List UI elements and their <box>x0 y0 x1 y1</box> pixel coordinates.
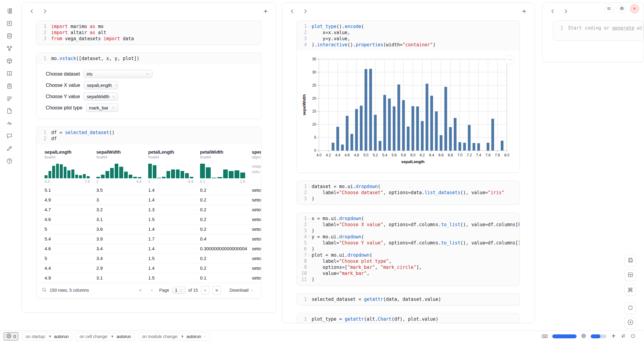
dataset-dropdown[interactable]: iris <box>84 70 152 78</box>
table-row[interactable]: 53.61.40.2setosa <box>41 224 261 234</box>
sidebar-chat-icon[interactable] <box>5 132 14 140</box>
svg-text:8.0: 8.0 <box>504 153 510 157</box>
fold-marker <box>307 228 312 234</box>
code-editor-dataset[interactable]: 1dataset = mo.ui.dropdown(2 label="Choos… <box>297 181 520 205</box>
table-row[interactable]: 4.93.11.50.1setosa <box>41 273 261 283</box>
table-row[interactable]: 5.43.91.70.4setosa <box>41 234 261 244</box>
column-header-petalWidth[interactable]: petalWidthfloat640.12.5 <box>196 146 248 185</box>
fold-marker[interactable] <box>307 216 312 222</box>
table-row[interactable]: 5.13.51.40.2setosa <box>41 185 261 195</box>
add-column-button[interactable] <box>261 7 270 16</box>
cpu-meter[interactable] <box>591 334 606 338</box>
keyboard-button[interactable] <box>542 333 548 340</box>
on-module-change-chip[interactable]: on module change: autorun <box>138 332 211 341</box>
last-page-button[interactable]: » <box>213 286 221 294</box>
column-move-left-button[interactable] <box>28 7 36 16</box>
next-page-button[interactable]: › <box>201 286 209 294</box>
code-editor-selected-dataset[interactable]: 1selected_dataset = getattr(data, datase… <box>297 294 520 305</box>
add-column-button[interactable] <box>520 7 528 16</box>
on-startup-chip[interactable]: on startup: autorun <box>22 332 72 341</box>
fold-marker <box>46 30 51 36</box>
memory-meter[interactable] <box>552 334 577 338</box>
sidebar-file-explorer-icon[interactable] <box>5 7 14 15</box>
sidebar-marimo-file-icon[interactable] <box>5 19 14 28</box>
table-row[interactable]: 4.63.41.40.30000000000000004setosa <box>41 244 261 253</box>
previous-page-button[interactable]: ‹ <box>148 286 156 294</box>
error-count-indicator[interactable]: 0 <box>4 332 18 340</box>
ai-assistant-button[interactable] <box>611 333 616 340</box>
x-value-dropdown[interactable]: sepalLength <box>84 81 118 89</box>
column-move-right-button[interactable] <box>41 7 49 16</box>
code-line: 4).interactive().properties(width="conta… <box>297 42 517 48</box>
layout-toggle-button[interactable] <box>624 269 636 281</box>
page-number-select[interactable]: 1 <box>172 287 185 294</box>
code-editor-imports[interactable]: 1import marimo as mo2import altair as al… <box>37 21 261 45</box>
lightning-icon <box>110 334 114 338</box>
code-editor-vstack[interactable]: 1mo.vstack([dataset, x, y, plot]) <box>37 53 261 64</box>
table-search-button[interactable] <box>41 287 47 293</box>
code-editor-empty[interactable]: 1 Start coding or generate with AI <box>553 21 643 40</box>
swap-arrows-icon <box>621 333 626 340</box>
code-editor-plot-type[interactable]: 1plot_type = getattr(alt.Chart(df), plot… <box>297 313 520 323</box>
generate-with-ai-link[interactable]: generate <box>612 25 634 31</box>
plot-type-dropdown[interactable]: mark_bar <box>86 104 118 112</box>
bar-chart[interactable]: 4.04.24.44.64.85.05.25.45.65.86.06.26.46… <box>301 54 517 171</box>
on-cell-change-chip[interactable]: on cell change: autorun <box>76 332 135 341</box>
column-header-species[interactable]: speciesobjectunique:nulls: <box>248 146 261 185</box>
plus-icon <box>263 9 268 15</box>
sidebar-snippets-icon[interactable] <box>5 107 14 115</box>
first-page-button[interactable]: « <box>136 286 145 294</box>
code-line: 1x = mo.ui.dropdown( <box>297 216 517 222</box>
notebook-menu-button[interactable] <box>604 4 614 13</box>
sidebar-dependency-graph-icon[interactable] <box>5 44 14 53</box>
sidebar-help-icon[interactable] <box>5 157 14 165</box>
table-row[interactable]: 4.931.40.2setosa <box>41 195 261 205</box>
command-icon: ⌘ <box>628 287 633 293</box>
sidebar-documentation-icon[interactable] <box>5 69 14 78</box>
sidebar-logs-icon[interactable] <box>5 94 14 103</box>
svg-text:5.4: 5.4 <box>382 153 387 157</box>
column-header-sepalWidth[interactable]: sepalWidthfloat6424.4 <box>93 146 145 185</box>
sidebar-scratchpad-icon[interactable] <box>5 82 14 90</box>
table-row[interactable]: 4.63.11.50.2setosa <box>41 214 261 224</box>
svg-text:6.6: 6.6 <box>438 153 444 157</box>
code-line: 1plot_type().encode( <box>297 23 517 30</box>
sidebar-pen-icon[interactable] <box>5 144 14 153</box>
dataframe-table: sepalLengthfloat644.37.9sepalWidthfloat6… <box>37 144 261 283</box>
run-all-button[interactable] <box>624 317 636 329</box>
scratchpad-button[interactable] <box>624 302 636 314</box>
keyboard-shortcuts-button[interactable]: ⌘ <box>624 284 636 296</box>
fold-marker[interactable] <box>307 234 312 240</box>
power-button[interactable] <box>630 333 636 340</box>
swap-runtime-button[interactable] <box>621 333 626 340</box>
column-move-left-button[interactable] <box>288 7 297 16</box>
code-editor-dropdowns[interactable]: 1x = mo.ui.dropdown(2 label="Choose X va… <box>297 213 520 285</box>
table-row[interactable]: 53.41.50.2setosa <box>41 253 261 263</box>
column-move-right-button[interactable] <box>561 7 570 16</box>
sidebar-datasources-icon[interactable] <box>5 32 14 40</box>
sidebar-packages-icon[interactable] <box>5 57 14 65</box>
fold-marker <box>46 36 51 42</box>
y-value-dropdown[interactable]: sepalWidth <box>84 92 118 101</box>
code-editor-dataframe[interactable]: 1df = selected_dataset()2df <box>37 127 261 144</box>
cpu-button[interactable] <box>581 333 586 340</box>
table-row[interactable]: 4.73.21.30.2setosa <box>41 205 261 214</box>
shutdown-button[interactable] <box>630 4 639 13</box>
fold-marker[interactable] <box>307 23 312 30</box>
chart-actions-button[interactable] <box>506 55 514 64</box>
fold-marker[interactable] <box>307 252 312 258</box>
settings-button[interactable] <box>617 4 626 13</box>
sidebar-tracing-icon[interactable] <box>5 119 14 128</box>
svg-text:4.4: 4.4 <box>335 153 340 157</box>
code-line: 1import marimo as mo <box>37 23 258 30</box>
fold-marker <box>307 246 312 252</box>
download-button[interactable]: Download <box>228 287 256 293</box>
fold-marker[interactable] <box>307 183 312 190</box>
column-move-left-button[interactable] <box>549 7 557 16</box>
table-row[interactable]: 4.42.91.40.2setosa <box>41 263 261 273</box>
code-editor-plot[interactable]: 1plot_type().encode(2 x=x.value,3 y=y.va… <box>297 21 520 51</box>
column-move-right-button[interactable] <box>301 7 309 16</box>
column-header-petalLength[interactable]: petalLengthfloat6416.9 <box>145 146 196 185</box>
save-button[interactable] <box>624 255 636 266</box>
column-header-sepalLength[interactable]: sepalLengthfloat644.37.9 <box>41 146 93 185</box>
